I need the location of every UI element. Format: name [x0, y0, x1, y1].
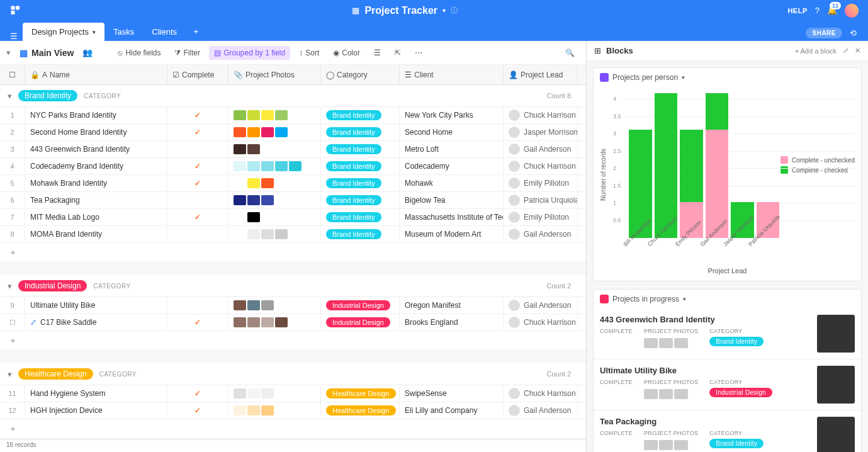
gallery-block[interactable]: Projects in progress▾ 443 Greenwich Bran… — [593, 289, 862, 452]
cell-category[interactable]: Brand Identity — [321, 192, 400, 208]
cell-photos[interactable] — [228, 297, 321, 314]
cell-lead[interactable]: Chuck Harrison — [504, 314, 578, 331]
sort-button[interactable]: ↕Sort — [294, 46, 324, 60]
cell-name[interactable]: Mohawk Brand Identity — [25, 175, 167, 191]
table-row[interactable]: 6Tea PackagingBrand IdentityBigelow TeaP… — [0, 192, 586, 209]
search-button[interactable]: 🔍 — [560, 46, 580, 60]
cell-name[interactable]: NYC Parks Brand Identity — [25, 107, 167, 123]
cell-name[interactable]: HGH Injection Device — [25, 402, 167, 419]
table-row[interactable]: ☐⤢C17 Bike Saddle✓Industrial DesignBrook… — [0, 314, 586, 331]
cell-category[interactable]: Brand Identity — [321, 226, 400, 242]
add-block-button[interactable]: + Add a block — [795, 47, 837, 55]
collapse-icon[interactable]: ▾ — [6, 48, 11, 57]
progress-card[interactable]: 443 Greenwich Brand IdentityCOMPLETEPROJ… — [594, 308, 861, 359]
share-view-icon[interactable]: 👥 — [82, 48, 93, 57]
chevron-down-icon[interactable]: ▾ — [8, 281, 12, 291]
group-header[interactable]: ▾Brand IdentityCATEGORYCount 8 — [0, 85, 586, 107]
cell-lead[interactable]: Emily Pilloton — [504, 175, 578, 191]
add-row-button[interactable]: ＋ — [0, 419, 586, 439]
dropdown-caret-icon[interactable]: ▾ — [442, 7, 446, 14]
cell-lead[interactable]: Chuck Harrison — [504, 385, 578, 402]
cell-client[interactable]: Brooks England — [400, 314, 504, 331]
cell-client[interactable]: SwipeSense — [400, 385, 504, 402]
cell-complete[interactable] — [167, 192, 228, 208]
cell-category[interactable]: Brand Identity — [321, 124, 400, 140]
cell-name[interactable]: Second Home Brand Identity — [25, 124, 167, 140]
cell-client[interactable]: Museum of Modern Art — [400, 226, 504, 242]
cell-category[interactable]: Industrial Design — [321, 314, 400, 331]
chevron-down-icon[interactable]: ▾ — [682, 74, 685, 81]
add-table-button[interactable]: ＋ — [186, 22, 206, 41]
cell-complete[interactable]: ✓ — [167, 107, 228, 123]
cell-client[interactable]: New York City Parks — [400, 107, 504, 123]
cell-name[interactable]: 443 Greenwich Brand Identity — [25, 141, 167, 157]
cell-complete[interactable] — [167, 297, 228, 314]
help-icon[interactable]: ? — [815, 6, 820, 15]
table-row[interactable]: 2Second Home Brand Identity✓Brand Identi… — [0, 124, 586, 141]
user-avatar[interactable] — [845, 4, 859, 18]
view-switcher[interactable]: ▦ Main View — [14, 45, 79, 60]
cell-photos[interactable] — [228, 192, 321, 208]
cell-client[interactable]: Massachusetts Institute of Tech — [400, 209, 504, 225]
group-header[interactable]: ▾Healthcare DesignCATEGORYCount 2 — [0, 363, 586, 385]
cell-lead[interactable]: Chuck Harrison — [504, 107, 578, 123]
table-row[interactable]: 8MOMA Brand IdentityBrand IdentityMuseum… — [0, 226, 586, 243]
cell-name[interactable]: Codecademy Brand Identity — [25, 158, 167, 174]
cell-category[interactable]: Brand Identity — [321, 141, 400, 157]
base-title[interactable]: Project Tracker — [364, 5, 437, 16]
cell-photos[interactable] — [228, 314, 321, 331]
chart-bar[interactable]: Emily Pilloton — [680, 93, 703, 238]
cell-category[interactable]: Brand Identity — [321, 107, 400, 123]
chevron-down-icon[interactable]: ▾ — [8, 91, 12, 101]
progress-card[interactable]: Tea PackagingCOMPLETEPROJECT PHOTOSCATEG… — [594, 410, 861, 452]
app-logo[interactable] — [9, 4, 22, 17]
cell-category[interactable]: Brand Identity — [321, 158, 400, 174]
filter-button[interactable]: ⧩Filter — [169, 46, 205, 60]
table-row[interactable]: 11Hand Hygiene System✓Healthcare DesignS… — [0, 385, 586, 402]
row-height-button[interactable]: ☰ — [369, 46, 386, 60]
cell-client[interactable]: Codecademy — [400, 158, 504, 174]
cell-complete[interactable]: ✓ — [167, 124, 228, 140]
cell-lead[interactable]: Gail Anderson — [504, 226, 578, 242]
cell-client[interactable]: Metro Loft — [400, 141, 504, 157]
cell-lead[interactable]: Gail Anderson — [504, 402, 578, 419]
cell-photos[interactable] — [228, 107, 321, 123]
cell-category[interactable]: Healthcare Design — [321, 402, 400, 419]
close-icon[interactable]: ✕ — [855, 47, 860, 55]
column-photos[interactable]: 📎 Project Photos — [228, 65, 321, 84]
history-icon[interactable]: ⟲ — [850, 28, 857, 38]
select-all-checkbox[interactable]: ☐ — [0, 65, 25, 84]
column-client[interactable]: ☰ Client — [400, 65, 504, 84]
chart-bar[interactable]: Bill Muggridge — [629, 93, 652, 238]
chart-block[interactable]: Projects per person▾ Number of records C… — [593, 67, 862, 281]
cell-client[interactable]: Mohawk — [400, 175, 504, 191]
cell-name[interactable]: Ultimate Utility Bike — [25, 297, 167, 314]
color-button[interactable]: ◉Color — [328, 46, 365, 60]
chevron-down-icon[interactable]: ▾ — [683, 296, 686, 302]
help-link[interactable]: HELP — [787, 7, 807, 14]
chart-bar[interactable]: Gail Anderson — [706, 93, 729, 238]
cell-name[interactable]: MOMA Brand Identity — [25, 226, 167, 242]
cell-lead[interactable]: Gail Anderson — [504, 297, 578, 314]
share-view-button[interactable]: ⇱ — [390, 46, 406, 60]
cell-complete[interactable]: ✓ — [167, 314, 228, 331]
cell-photos[interactable] — [228, 175, 321, 191]
cell-photos[interactable] — [228, 141, 321, 157]
cell-lead[interactable]: Chuck Harrison — [504, 158, 578, 174]
cell-client[interactable]: Oregon Manifest — [400, 297, 504, 314]
cell-lead[interactable]: Jasper Morrison — [504, 124, 578, 140]
cell-client[interactable]: Eli Lilly and Company — [400, 402, 504, 419]
tab-clients[interactable]: Clients — [143, 23, 186, 41]
cell-complete[interactable] — [167, 226, 228, 242]
cell-name[interactable]: Hand Hygiene System — [25, 385, 167, 402]
table-row[interactable]: 9Ultimate Utility BikeIndustrial DesignO… — [0, 297, 586, 314]
cell-category[interactable]: Brand Identity — [321, 175, 400, 191]
group-header[interactable]: ▾Industrial DesignCATEGORYCount 2 — [0, 275, 586, 297]
cell-name[interactable]: MIT Media Lab Logo — [25, 209, 167, 225]
add-row-button[interactable]: ＋ — [0, 331, 586, 351]
tab-design-projects[interactable]: Design Projects▾ — [23, 23, 104, 41]
cell-name[interactable]: Tea Packaging — [25, 192, 167, 208]
cell-photos[interactable] — [228, 124, 321, 140]
table-row[interactable]: 12HGH Injection Device✓Healthcare Design… — [0, 402, 586, 419]
cell-photos[interactable] — [228, 158, 321, 174]
